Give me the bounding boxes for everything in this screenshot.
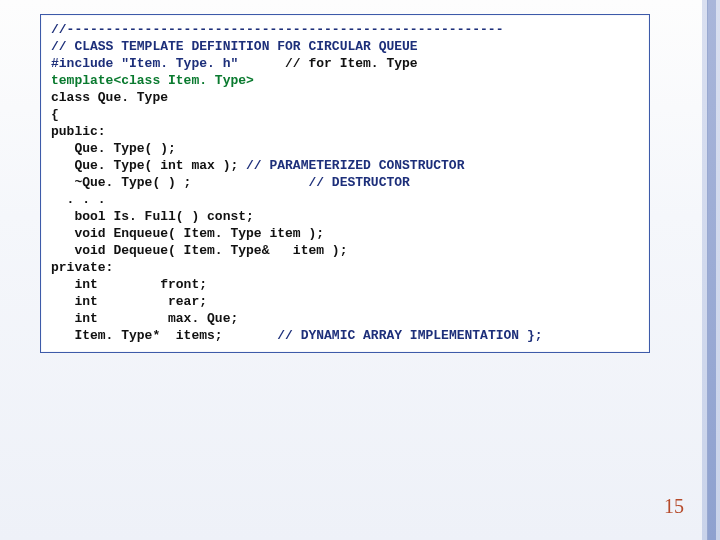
code-line-18: int max. Que; bbox=[51, 311, 238, 326]
code-line-13: void Enqueue( Item. Type item ); bbox=[51, 226, 324, 241]
code-line-9b: // PARAMETERIZED CONSTRUCTOR bbox=[238, 158, 464, 173]
code-line-10a: ~Que. Type( ) ; bbox=[51, 175, 191, 190]
code-line-4: template<class Item. Type> bbox=[51, 73, 254, 88]
code-line-19b: // DYNAMIC ARRAY IMPLEMENTATION }; bbox=[223, 328, 543, 343]
code-line-3a: #include "Item. Type. h" bbox=[51, 56, 238, 71]
side-accent-inner bbox=[707, 0, 716, 540]
side-accent bbox=[702, 0, 720, 540]
page-number: 15 bbox=[664, 495, 684, 518]
code-line-6: { bbox=[51, 107, 59, 122]
code-line-5: class Que. Type bbox=[51, 90, 168, 105]
code-line-8: Que. Type( ); bbox=[51, 141, 176, 156]
code-box: //--------------------------------------… bbox=[40, 14, 650, 353]
code-line-7: public: bbox=[51, 124, 106, 139]
code-line-16: int front; bbox=[51, 277, 207, 292]
code-line-15: private: bbox=[51, 260, 113, 275]
code-content: //--------------------------------------… bbox=[51, 21, 639, 344]
code-line-1: //--------------------------------------… bbox=[51, 22, 503, 37]
code-line-10b: // DESTRUCTOR bbox=[191, 175, 409, 190]
code-line-9a: Que. Type( int max ); bbox=[51, 158, 238, 173]
code-line-11: . . . bbox=[51, 192, 106, 207]
slide: //--------------------------------------… bbox=[0, 0, 720, 540]
code-line-2: // CLASS TEMPLATE DEFINITION FOR CIRCULA… bbox=[51, 39, 418, 54]
code-line-12: bool Is. Full( ) const; bbox=[51, 209, 254, 224]
code-line-19a: Item. Type* items; bbox=[51, 328, 223, 343]
code-line-17: int rear; bbox=[51, 294, 207, 309]
code-line-3b: // for Item. Type bbox=[238, 56, 417, 71]
code-line-14: void Dequeue( Item. Type& item ); bbox=[51, 243, 347, 258]
